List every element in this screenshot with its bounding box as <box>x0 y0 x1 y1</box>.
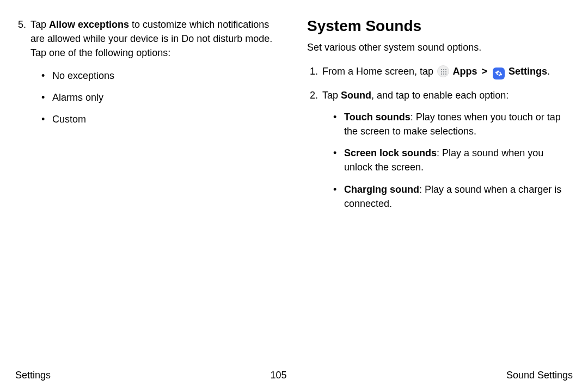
right-column: System Sounds Set various other system s… <box>307 17 573 227</box>
bold-text: Touch sounds <box>344 112 411 122</box>
list-item: •Alarms only <box>41 90 281 105</box>
bullet-list: •No exceptions•Alarms only•Custom <box>41 69 281 126</box>
gear-icon <box>493 68 505 79</box>
text: . <box>547 66 550 77</box>
step-body: Tap Sound, and tap to enable each option… <box>322 88 573 218</box>
text: Tap <box>30 19 49 30</box>
bold-text: Allow exceptions <box>49 19 129 30</box>
bold-text: Screen lock sounds <box>344 148 437 158</box>
bullet-dot: • <box>333 110 344 124</box>
bullet-dot: • <box>41 90 52 105</box>
step-body: From a Home screen, tap Apps > Settings. <box>322 64 573 79</box>
bullet-dot: • <box>333 182 344 197</box>
section-heading: System Sounds <box>307 17 573 35</box>
apps-icon <box>437 65 449 77</box>
list-item: •No exceptions <box>41 69 281 83</box>
settings-label: Settings <box>506 66 547 77</box>
footer-right: Sound Settings <box>506 370 573 381</box>
left-column: 5. Tap Allow exceptions to customize whi… <box>15 17 281 227</box>
list-item-text: Screen lock sounds: Play a sound when yo… <box>344 146 573 174</box>
step-number: 2. <box>307 88 322 218</box>
bold-text: Sound <box>341 90 371 101</box>
step-2: 2. Tap Sound, and tap to enable each opt… <box>307 88 573 218</box>
step-5: 5. Tap Allow exceptions to customize whi… <box>15 17 281 60</box>
step-body: Tap Allow exceptions to customize which … <box>30 17 281 60</box>
bullet-dot: • <box>41 112 52 126</box>
list-item-text: Custom <box>52 112 281 126</box>
list-item-text: Alarms only <box>52 90 281 105</box>
manual-page: 5. Tap Allow exceptions to customize whi… <box>0 0 588 392</box>
apps-label: Apps <box>450 66 477 77</box>
page-footer: Settings 105 Sound Settings <box>15 370 573 381</box>
step-1: 1. From a Home screen, tap Apps > Settin… <box>307 64 573 79</box>
list-item: •Charging sound: Play a sound when a cha… <box>333 182 573 211</box>
list-item: •Custom <box>41 112 281 126</box>
page-number: 105 <box>270 370 286 381</box>
list-item-text: No exceptions <box>52 69 281 83</box>
text: , and tap to enable each option: <box>371 90 509 101</box>
chevron-right-icon: > <box>479 66 490 77</box>
list-item: •Touch sounds: Play tones when you touch… <box>333 110 573 138</box>
list-item: •Screen lock sounds: Play a sound when y… <box>333 146 573 174</box>
text: Tap <box>322 90 341 101</box>
text: From a Home screen, tap <box>322 66 436 77</box>
list-item-text: Charging sound: Play a sound when a char… <box>344 182 573 211</box>
intro-text: Set various other system sound options. <box>307 40 573 54</box>
bold-text: Charging sound <box>344 184 419 195</box>
list-item-text: Touch sounds: Play tones when you touch … <box>344 110 573 138</box>
step-number: 5. <box>15 17 30 60</box>
footer-left: Settings <box>15 370 51 381</box>
step-number: 1. <box>307 64 322 79</box>
bullet-dot: • <box>41 69 52 83</box>
bullet-list: •Touch sounds: Play tones when you touch… <box>333 110 573 211</box>
bullet-dot: • <box>333 146 344 160</box>
